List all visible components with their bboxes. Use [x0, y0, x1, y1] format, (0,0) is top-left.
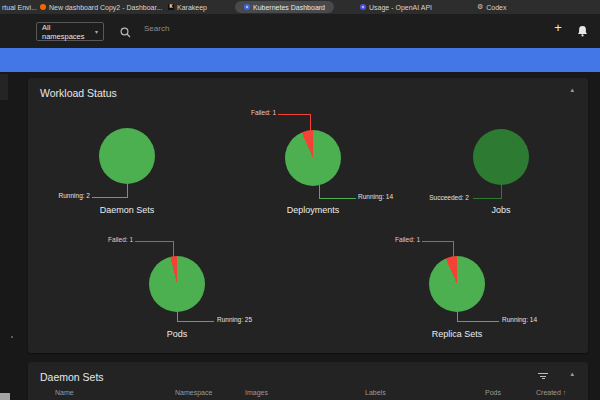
column-header-name[interactable]: Name	[55, 389, 74, 396]
tab-label: Usage - OpenAI API	[369, 4, 432, 11]
gutter-dot	[11, 336, 13, 338]
deployments-chart-title: Deployments	[287, 205, 340, 215]
column-header-pods[interactable]: Pods	[485, 389, 501, 396]
openai-usage-icon	[360, 4, 366, 10]
pods-chart-title: Pods	[167, 329, 188, 339]
create-resource-button[interactable]: +	[551, 20, 565, 35]
leader-line	[177, 321, 214, 322]
scrollbar-corner[interactable]	[0, 393, 10, 400]
jobs-chart-title: Jobs	[491, 205, 510, 215]
leader-line	[135, 241, 174, 242]
namespace-selector-value: All namespaces	[42, 23, 91, 41]
karakeep-icon: K	[168, 4, 174, 10]
leader-line	[453, 241, 454, 258]
daemon-sets-card: Daemon Sets ▴ Name Namespace Images Labe…	[28, 362, 588, 400]
kubernetes-icon	[244, 4, 250, 10]
search-icon[interactable]	[120, 24, 131, 42]
chevron-down-icon: ▾	[95, 28, 98, 35]
pods-running-label: Running: 25	[217, 316, 252, 323]
filter-icon[interactable]	[538, 373, 548, 380]
column-header-images[interactable]: Images	[245, 389, 268, 396]
tab-label: Codex	[486, 4, 506, 11]
replica-sets-pie-chart[interactable]	[429, 256, 485, 312]
daemon-sets-running-label: Running: 2	[59, 192, 90, 199]
replica-sets-failed-label: Failed: 1	[395, 236, 420, 243]
tab-label: Kubernetes Dashboard	[253, 4, 325, 11]
daemon-sets-section-title: Daemon Sets	[40, 371, 104, 383]
collapse-caret-icon[interactable]: ▴	[570, 86, 574, 94]
leader-line	[422, 241, 454, 242]
replica-sets-chart-title: Replica Sets	[432, 329, 483, 339]
workload-status-title: Workload Status	[40, 87, 117, 99]
leader-line	[127, 184, 128, 198]
kubernetes-dashboard-window: rtual Envi... New dashboard Copy2 - Dash…	[0, 0, 600, 400]
leader-line	[457, 321, 499, 322]
leader-line	[501, 184, 502, 199]
workload-status-card: Workload Status ▴ Running: 2 Daemon Sets…	[28, 78, 588, 353]
column-header-namespace[interactable]: Namespace	[175, 389, 212, 396]
tab-codex[interactable]: ⚙ Codex	[477, 0, 507, 14]
pods-failed-label: Failed: 1	[108, 236, 133, 243]
leader-line	[278, 114, 311, 115]
tab-label: Karakeep	[177, 4, 207, 11]
tab-virtual-env[interactable]: rtual Envi...	[2, 0, 37, 14]
leader-line	[173, 241, 174, 258]
search-input[interactable]: Search	[144, 24, 169, 33]
leader-line	[319, 198, 356, 199]
jobs-pie-chart[interactable]	[473, 129, 529, 185]
tab-openai-usage[interactable]: Usage - OpenAI API	[360, 0, 432, 14]
tab-grafana-dashboard[interactable]: New dashboard Copy2 - Dashboar...	[40, 0, 162, 14]
daemon-sets-pie-chart[interactable]	[99, 128, 155, 184]
replica-sets-running-label: Running: 14	[502, 316, 537, 323]
notifications-bell-icon[interactable]	[577, 23, 588, 41]
left-gutter-highlight	[0, 74, 8, 100]
browser-tab-bar: rtual Envi... New dashboard Copy2 - Dash…	[0, 0, 600, 14]
pods-pie-chart[interactable]	[149, 256, 205, 312]
leader-line	[310, 114, 311, 132]
codex-icon: ⚙	[477, 4, 483, 10]
leader-line	[319, 185, 320, 199]
app-toolbar: All namespaces ▾ Search +	[0, 14, 600, 48]
tab-kubernetes-dashboard-active[interactable]: Kubernetes Dashboard	[235, 1, 334, 13]
tab-label: rtual Envi...	[2, 4, 37, 11]
jobs-succeeded-label: Succeeded: 2	[429, 194, 469, 201]
collapse-caret-icon[interactable]: ▴	[570, 370, 574, 378]
deployments-failed-label: Failed: 1	[251, 109, 276, 116]
leader-line	[92, 197, 128, 198]
dashboard-header-band	[0, 48, 600, 72]
tab-label: New dashboard Copy2 - Dashboar...	[49, 4, 162, 11]
deployments-pie-chart[interactable]	[285, 130, 341, 186]
grafana-icon	[40, 4, 46, 10]
column-header-created-sort[interactable]: Created ↑	[536, 389, 566, 396]
daemon-sets-chart-title: Daemon Sets	[100, 205, 155, 215]
namespace-selector[interactable]: All namespaces ▾	[36, 22, 104, 41]
deployments-running-label: Running: 14	[358, 193, 393, 200]
tab-karakeep[interactable]: K Karakeep	[168, 0, 207, 14]
leader-line	[473, 198, 502, 199]
column-header-labels[interactable]: Labels	[365, 389, 386, 396]
